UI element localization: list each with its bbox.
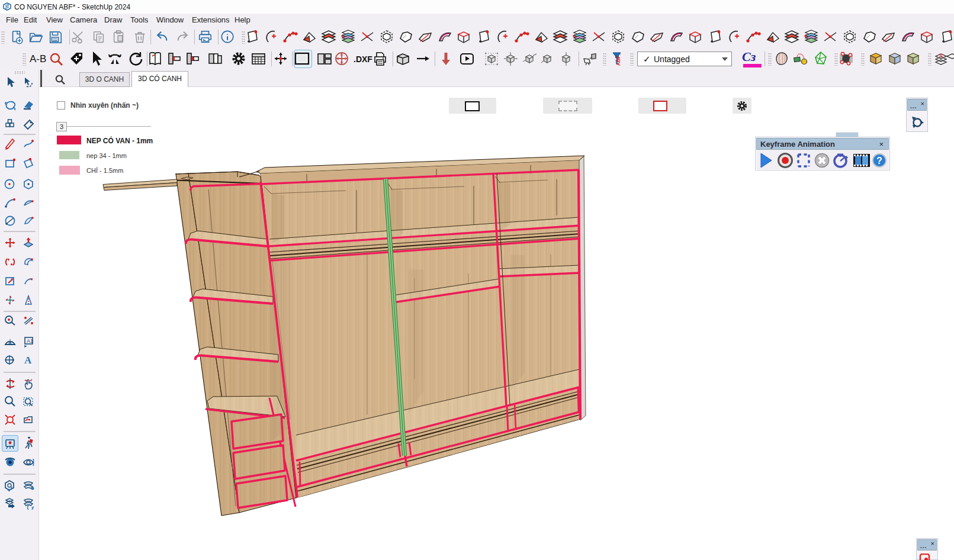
svg-text:?: ? [876,156,882,166]
